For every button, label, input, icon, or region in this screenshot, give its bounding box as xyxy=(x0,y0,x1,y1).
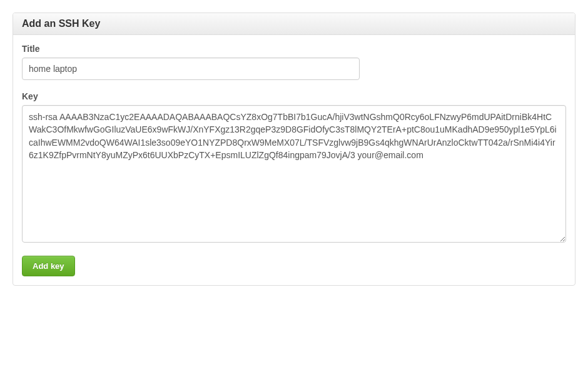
panel-title: Add an SSH Key xyxy=(22,18,566,29)
panel-header: Add an SSH Key xyxy=(13,13,575,35)
key-label: Key xyxy=(22,91,566,101)
title-label: Title xyxy=(22,44,566,54)
add-key-button[interactable]: Add key xyxy=(22,256,75,276)
panel-body: Title Key ssh-rsa AAAAB3NzaC1yc2EAAAADAQ… xyxy=(13,35,575,285)
add-ssh-key-panel: Add an SSH Key Title Key ssh-rsa AAAAB3N… xyxy=(13,13,575,286)
title-input[interactable] xyxy=(22,58,360,80)
title-form-group: Title xyxy=(22,44,566,80)
key-form-group: Key ssh-rsa AAAAB3NzaC1yc2EAAAADAQABAAAB… xyxy=(22,91,566,244)
key-textarea[interactable]: ssh-rsa AAAAB3NzaC1yc2EAAAADAQABAAABAQCs… xyxy=(22,105,566,243)
